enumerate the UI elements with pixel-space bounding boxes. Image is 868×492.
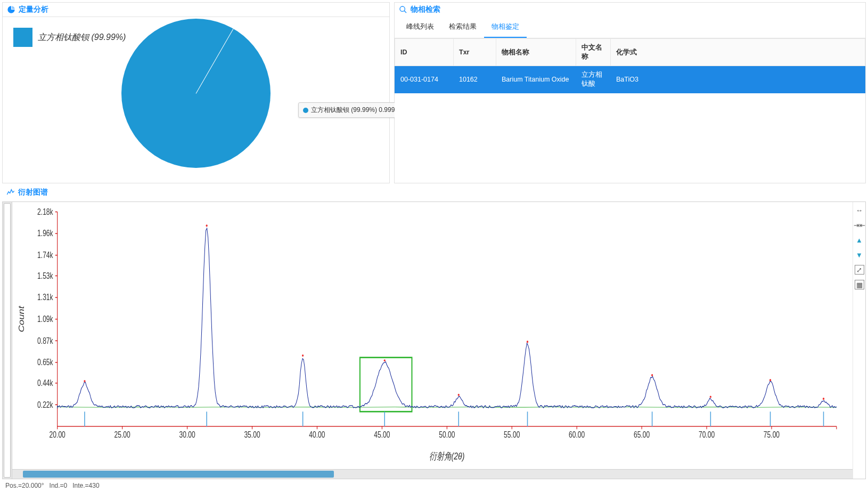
table-header[interactable]: Txr xyxy=(454,39,496,66)
svg-point-67 xyxy=(527,341,528,343)
panel-header-spectrum: 衍射图谱 xyxy=(2,185,866,201)
panel-header-search: 物相检索 xyxy=(395,3,865,17)
pie-chart[interactable] xyxy=(121,19,271,168)
svg-point-70 xyxy=(769,379,771,381)
svg-point-66 xyxy=(458,394,460,396)
svg-point-0 xyxy=(400,6,405,11)
horizontal-scrollbar[interactable] xyxy=(12,469,853,479)
expand-h-icon[interactable]: ↔ xyxy=(855,205,864,215)
svg-point-65 xyxy=(384,359,386,361)
svg-text:60.00: 60.00 xyxy=(569,430,585,439)
svg-text:25.00: 25.00 xyxy=(114,430,130,439)
pie-legend: 立方相钛酸钡 (99.99%) xyxy=(13,28,126,47)
svg-text:35.00: 35.00 xyxy=(244,430,260,439)
up-icon[interactable]: ▲ xyxy=(855,235,864,245)
svg-point-69 xyxy=(710,396,711,398)
status-bar: Pos.=20.000° Ind.=0 Inte.=430 xyxy=(0,479,868,492)
svg-text:1.31k: 1.31k xyxy=(37,293,53,302)
panel-title: 定量分析 xyxy=(19,5,48,14)
svg-text:1.74k: 1.74k xyxy=(37,250,53,260)
svg-point-62 xyxy=(84,380,85,382)
svg-text:Count: Count xyxy=(17,305,26,333)
svg-point-68 xyxy=(651,374,653,376)
status-pos: Pos.=20.000° xyxy=(5,482,44,489)
collapse-h-icon[interactable]: ⇥⇤ xyxy=(855,220,864,230)
spectrum-container: 0.22k0.44k0.65k0.87k1.09k1.31k1.53k1.74k… xyxy=(2,201,866,479)
panel-title: 物相检索 xyxy=(411,5,440,14)
svg-text:1.09k: 1.09k xyxy=(37,314,53,324)
spectrum-icon xyxy=(6,188,15,197)
svg-point-63 xyxy=(206,224,208,227)
fullscreen-icon[interactable]: ⤢ xyxy=(855,265,864,275)
svg-line-1 xyxy=(404,11,406,13)
tooltip-dot xyxy=(303,108,308,113)
svg-text:40.00: 40.00 xyxy=(309,430,325,439)
svg-text:0.87k: 0.87k xyxy=(37,336,53,345)
svg-text:30.00: 30.00 xyxy=(179,430,195,439)
table-header[interactable]: ID xyxy=(395,39,454,66)
table-header[interactable]: 化学式 xyxy=(611,39,865,66)
table-row[interactable]: 00-031-017410162Barium Titanium Oxide立方相… xyxy=(395,66,865,93)
down-icon[interactable]: ▼ xyxy=(855,250,864,260)
svg-text:70.00: 70.00 xyxy=(699,430,715,439)
status-ind: Ind.=0 xyxy=(50,482,68,489)
table-header[interactable]: 中文名称 xyxy=(576,39,611,66)
svg-text:55.00: 55.00 xyxy=(504,430,520,439)
svg-point-71 xyxy=(823,398,824,400)
spectrum-title: 衍射图谱 xyxy=(18,188,48,197)
chart-toolbar: ↔ ⇥⇤ ▲ ▼ ⤢ ▦ xyxy=(853,202,865,479)
grid-icon[interactable]: ▦ xyxy=(855,280,864,289)
results-table: IDTxr物相名称中文名称化学式 00-031-017410162Barium … xyxy=(395,38,865,93)
svg-text:2.18k: 2.18k xyxy=(37,207,53,216)
svg-text:1.53k: 1.53k xyxy=(37,271,53,280)
panel-phase-search: 物相检索 峰线列表检索结果物相鉴定 IDTxr物相名称中文名称化学式 00-03… xyxy=(394,2,866,183)
svg-text:0.65k: 0.65k xyxy=(37,358,53,367)
svg-text:0.22k: 0.22k xyxy=(37,400,53,409)
table-header[interactable]: 物相名称 xyxy=(496,39,576,66)
svg-text:75.00: 75.00 xyxy=(764,430,780,439)
svg-text:65.00: 65.00 xyxy=(634,430,650,439)
spectrum-chart[interactable]: 0.22k0.44k0.65k0.87k1.09k1.31k1.53k1.74k… xyxy=(14,206,842,465)
tab-2[interactable]: 物相鉴定 xyxy=(484,17,527,38)
vertical-scrollbar[interactable] xyxy=(3,202,12,479)
pie-legend-text: 立方相钛酸钡 (99.99%) xyxy=(38,32,126,43)
status-inte: Inte.=430 xyxy=(72,482,99,489)
tab-1[interactable]: 检索结果 xyxy=(441,17,484,38)
svg-text:0.44k: 0.44k xyxy=(37,378,53,388)
svg-text:衍射角(2θ): 衍射角(2θ) xyxy=(429,450,464,461)
svg-point-64 xyxy=(302,354,304,357)
svg-rect-51 xyxy=(360,358,412,412)
svg-text:20.00: 20.00 xyxy=(50,430,65,439)
svg-text:50.00: 50.00 xyxy=(439,430,455,439)
svg-text:45.00: 45.00 xyxy=(374,430,390,439)
pie-legend-swatch xyxy=(13,28,32,47)
svg-text:1.96k: 1.96k xyxy=(37,229,53,238)
pie-icon xyxy=(7,5,15,14)
tab-0[interactable]: 峰线列表 xyxy=(399,17,441,38)
panel-quant-analysis: 定量分析 立方相钛酸钡 (99.99%) 立方相钛酸钡 (99.99%) 0.9… xyxy=(2,2,390,183)
search-icon xyxy=(399,5,407,14)
tabs: 峰线列表检索结果物相鉴定 xyxy=(395,17,865,38)
panel-header-quant: 定量分析 xyxy=(3,3,389,17)
